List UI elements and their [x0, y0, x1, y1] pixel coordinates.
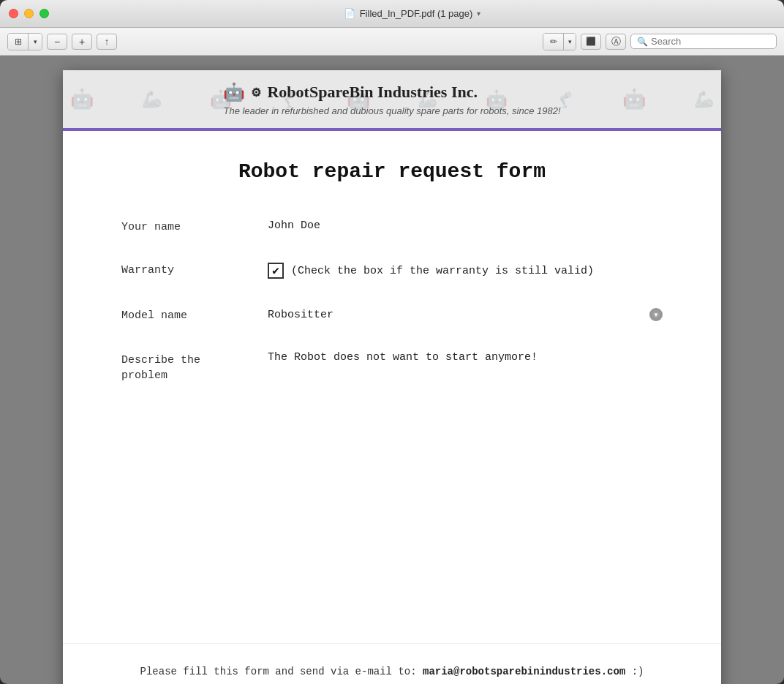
footer-email: maria@robotsparebinindustries.com	[423, 666, 625, 677]
titlebar-center: 📄 Filled_In_PDF.pdf (1 page) ▾	[49, 8, 775, 19]
pen-icon: ✏	[550, 37, 557, 47]
robot-deco-2: 🦾	[142, 90, 162, 109]
share-button[interactable]: ↑	[97, 34, 117, 50]
annotation-button[interactable]: Ⓐ	[606, 34, 626, 50]
window-title: Filled_In_PDF.pdf (1 page)	[360, 8, 473, 19]
redact-icon: ⬛	[586, 37, 596, 46]
annotation-icon: Ⓐ	[611, 35, 621, 48]
app-window: 📄 Filled_In_PDF.pdf (1 page) ▾ ⊞ ▾ − + ↑	[0, 0, 784, 684]
value-your-name: John Doe	[268, 219, 663, 232]
company-name: 🤖 ⚙ RobotSpareBin Industries Inc.	[223, 82, 560, 102]
company-name-icon: ⚙	[251, 86, 261, 99]
zoom-in-icon: +	[79, 36, 85, 48]
pdf-header-content: 🤖 ⚙ RobotSpareBin Industries Inc. The le…	[223, 82, 560, 116]
footer-text: Please fill this form and send via e-mai…	[121, 666, 663, 677]
value-model-name: Robositter	[268, 309, 649, 321]
label-model-name: Model name	[121, 308, 238, 322]
pdf-icon: 📄	[344, 8, 355, 19]
zoom-out-button[interactable]: −	[47, 34, 67, 50]
pdf-header: 🤖 🦾 🤖 🦿 🤖 🦾 🤖 🦿 🤖 🦾 🤖 ⚙ RobotSpare	[63, 70, 721, 131]
warranty-value-container: ✔ (Check the box if the warranty is stil…	[268, 263, 663, 279]
footer-text-suffix: :)	[625, 666, 644, 677]
pdf-form: Your name John Doe Warranty ✔ (Check the…	[121, 219, 663, 383]
company-tagline: The leader in refurbished and dubious qu…	[223, 105, 560, 116]
pen-chevron-button[interactable]: ▾	[564, 34, 576, 50]
dropdown-chevron-icon: ▼	[653, 312, 659, 318]
search-field[interactable]: 🔍	[630, 34, 777, 49]
robot-deco-10: 🦾	[694, 90, 714, 109]
pen-btn-group: ✏ ▾	[543, 33, 576, 50]
sidebar-btn-group: ⊞ ▾	[7, 33, 42, 50]
toolbar: ⊞ ▾ − + ↑ ✏ ▾	[0, 28, 784, 56]
sidebar-toggle-button[interactable]: ⊞	[8, 34, 29, 50]
model-row-content: Robositter ▼	[268, 308, 663, 321]
company-name-text: RobotSpareBin Industries Inc.	[267, 83, 478, 102]
pdf-footer: Please fill this form and send via e-mai…	[63, 643, 721, 684]
sidebar-icon: ⊞	[15, 37, 22, 47]
footer-text-prefix: Please fill this form and send via e-mai…	[140, 666, 423, 677]
sidebar-chevron-icon: ▾	[34, 38, 37, 45]
label-warranty: Warranty	[121, 263, 238, 277]
checkbox-checkmark: ✔	[272, 263, 279, 278]
robot-deco-9: 🤖	[622, 88, 646, 110]
form-row-problem: Describe the problem The Robot does not …	[121, 351, 663, 383]
pen-chevron-icon: ▾	[568, 38, 572, 45]
redact-button[interactable]: ⬛	[581, 34, 601, 50]
model-dropdown-icon: ▼	[649, 308, 663, 321]
search-icon: 🔍	[637, 37, 648, 47]
share-icon: ↑	[105, 36, 110, 47]
maximize-button[interactable]	[39, 9, 49, 18]
form-row-name: Your name John Doe	[121, 219, 663, 233]
zoom-out-icon: −	[54, 36, 60, 48]
pdf-page: 🤖 🦾 🤖 🦿 🤖 🦾 🤖 🦿 🤖 🦾 🤖 ⚙ RobotSpare	[63, 70, 721, 684]
toolbar-right: ✏ ▾ ⬛ Ⓐ 🔍	[543, 33, 777, 50]
pen-button[interactable]: ✏	[543, 34, 564, 50]
form-row-warranty: Warranty ✔ (Check the box if the warrant…	[121, 263, 663, 279]
minimize-button[interactable]	[24, 9, 34, 18]
titlebar: 📄 Filled_In_PDF.pdf (1 page) ▾	[0, 0, 784, 28]
company-logo: 🤖	[223, 82, 245, 102]
sidebar-chevron-button[interactable]: ▾	[29, 34, 42, 50]
form-row-model: Model name Robositter ▼	[121, 308, 663, 322]
close-button[interactable]	[9, 9, 18, 18]
form-title: Robot repair request form	[121, 160, 663, 183]
pdf-viewer[interactable]: 🤖 🦾 🤖 🦿 🤖 🦾 🤖 🦿 🤖 🦾 🤖 ⚙ RobotSpare	[0, 56, 784, 684]
value-describe-problem: The Robot does not want to start anymore…	[268, 351, 663, 364]
zoom-in-button[interactable]: +	[72, 34, 92, 50]
label-your-name: Your name	[121, 219, 238, 233]
label-describe-text: Describe the problem	[121, 354, 200, 382]
pdf-body: Robot repair request form Your name John…	[63, 131, 721, 643]
label-describe-problem: Describe the problem	[121, 351, 238, 383]
traffic-lights	[9, 9, 49, 18]
warranty-description: (Check the box if the warranty is still …	[291, 265, 594, 277]
search-input[interactable]	[651, 36, 770, 47]
robot-deco-1: 🤖	[70, 88, 94, 110]
warranty-checkbox: ✔	[268, 263, 284, 279]
title-chevron[interactable]: ▾	[477, 10, 480, 18]
